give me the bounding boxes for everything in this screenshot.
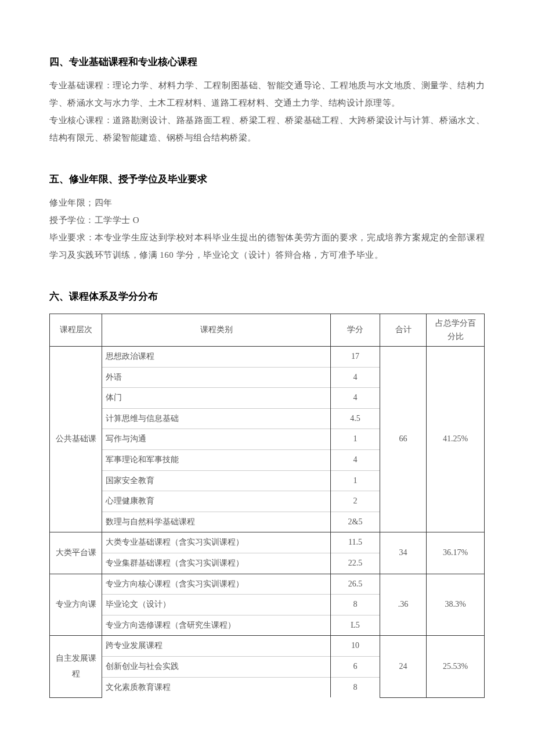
cell-credit: 2 <box>331 491 380 512</box>
cell-credit: 6 <box>331 656 380 677</box>
section-5-p1: 修业年限；四年 <box>49 194 485 211</box>
cell-total: 34 <box>380 532 427 574</box>
th-total: 合计 <box>380 314 427 347</box>
table-row: 专业方向课专业方向核心课程（含实习实训课程）26.5.3638.3% <box>50 574 485 595</box>
th-category: 课程类别 <box>102 314 331 347</box>
cell-category: 数理与自然科学基础课程 <box>102 512 331 532</box>
cell-credit: 10 <box>331 636 380 657</box>
cell-credit: 2&5 <box>331 512 380 532</box>
cell-level: 公共基础课 <box>50 347 102 532</box>
cell-category: 外语 <box>102 367 331 388</box>
cell-category: 专业方向选修课程（含研究生课程） <box>102 615 331 636</box>
cell-credit: 8 <box>331 595 380 615</box>
credit-table: 课程层次 课程类别 学分 合计 占总学分百分比 公共基础课思想政治课程17664… <box>49 314 485 698</box>
cell-category: 心理健康教育 <box>102 491 331 512</box>
cell-category: 计算思维与信息基础 <box>102 408 331 429</box>
cell-credit: 1 <box>331 429 380 450</box>
section-4-heading: 四、专业基础课程和专业核心课程 <box>49 52 485 72</box>
cell-category: 创新创业与社会实践 <box>102 656 331 677</box>
cell-credit: 4 <box>331 388 380 409</box>
cell-level: 自主发展课程 <box>50 636 102 697</box>
th-percent: 占总学分百分比 <box>427 314 485 347</box>
cell-category: 思想政治课程 <box>102 347 331 368</box>
cell-credit: 4 <box>331 449 380 470</box>
cell-category: 体门 <box>102 388 331 409</box>
cell-level: 大类平台课 <box>50 532 102 574</box>
section-6: 六、课程体系及学分分布 课程层次 课程类别 学分 合计 占总学分百分比 公共基础… <box>49 287 485 698</box>
section-5-p2: 授予学位：工学学士 O <box>49 211 485 229</box>
cell-category: 写作与沟通 <box>102 429 331 450</box>
cell-percent: 25.53% <box>427 636 485 697</box>
cell-credit: 4.5 <box>331 408 380 429</box>
th-level: 课程层次 <box>50 314 102 347</box>
cell-credit: 4 <box>331 367 380 388</box>
cell-credit: 26.5 <box>331 574 380 595</box>
cell-category: 文化素质教育课程 <box>102 677 331 697</box>
table-row: 公共基础课思想政治课程176641.25% <box>50 347 485 368</box>
cell-category: 毕业论文（设计） <box>102 595 331 615</box>
section-4-p1: 专业基础课程：理论力学、材料力学、工程制图基础、智能交通导论、工程地质与水文地质… <box>49 77 485 111</box>
cell-total: .36 <box>380 574 427 636</box>
cell-credit: 11.5 <box>331 532 380 553</box>
cell-percent: 36.17% <box>427 532 485 574</box>
section-4: 四、专业基础课程和专业核心课程 专业基础课程：理论力学、材料力学、工程制图基础、… <box>49 52 485 146</box>
section-4-p2: 专业核心课程：道路勘测设计、路基路面工程、桥梁工程、桥梁基础工程、大跨桥梁设计与… <box>49 111 485 146</box>
cell-credit: L5 <box>331 615 380 636</box>
cell-category: 专业方向核心课程（含实习实训课程） <box>102 574 331 595</box>
table-header-row: 课程层次 课程类别 学分 合计 占总学分百分比 <box>50 314 485 347</box>
cell-credit: 8 <box>331 677 380 697</box>
cell-category: 跨专业发展课程 <box>102 636 331 657</box>
cell-credit: 22.5 <box>331 553 380 574</box>
th-credit: 学分 <box>331 314 380 347</box>
section-5-p3: 毕业要求：本专业学生应达到学校对本科毕业生提出的德智体美劳方面的要求，完成培养方… <box>49 229 485 264</box>
cell-category: 大类专业基础课程（含实习实训课程） <box>102 532 331 553</box>
cell-credit: 17 <box>331 347 380 368</box>
cell-total: 24 <box>380 636 427 697</box>
cell-total: 66 <box>380 347 427 532</box>
section-6-heading: 六、课程体系及学分分布 <box>49 287 485 307</box>
cell-percent: 41.25% <box>427 347 485 532</box>
cell-category: 国家安全教育 <box>102 470 331 491</box>
cell-category: 专业集群基础课程（含实习实训课程） <box>102 553 331 574</box>
table-row: 自主发展课程跨专业发展课程102425.53% <box>50 636 485 657</box>
section-5-heading: 五、修业年限、授予学位及毕业要求 <box>49 170 485 189</box>
cell-category: 军事理论和军事技能 <box>102 449 331 470</box>
table-row: 大类平台课大类专业基础课程（含实习实训课程）11.53436.17% <box>50 532 485 553</box>
cell-level: 专业方向课 <box>50 574 102 636</box>
table-body: 公共基础课思想政治课程176641.25%外语4体门4计算思维与信息基础4.5写… <box>50 347 485 698</box>
section-5: 五、修业年限、授予学位及毕业要求 修业年限；四年 授予学位：工学学士 O 毕业要… <box>49 170 485 264</box>
cell-credit: 1 <box>331 470 380 491</box>
cell-percent: 38.3% <box>427 574 485 636</box>
